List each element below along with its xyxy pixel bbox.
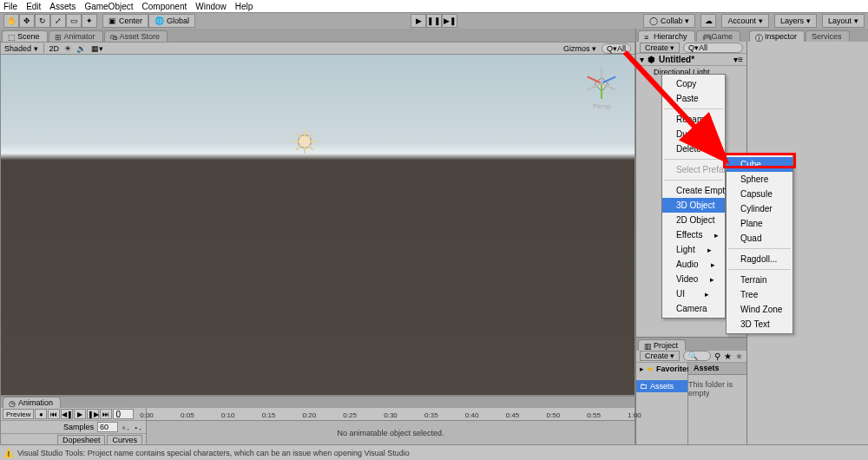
ctx-copy[interactable]: Copy [662,76,725,91]
sub-ragdoll[interactable]: Ragdoll... [727,252,792,266]
anim-record-button[interactable]: ● [35,409,47,419]
anim-prev-button[interactable]: ◀❚ [61,409,73,419]
account-dropdown[interactable]: Account▾ [721,14,769,28]
animation-ruler[interactable]: 0:000:050:100:150:200:250:300:350:400:45… [147,408,635,421]
menu-window[interactable]: Window [195,2,227,11]
ctx-3d-object[interactable]: 3D Object▸ [662,198,725,213]
menu-file[interactable]: File [3,2,17,11]
dopesheet-button[interactable]: Dopesheet [57,435,106,445]
ctx-camera[interactable]: Camera [662,301,725,316]
tab-animator[interactable]: ⊞Animator [49,30,103,42]
tab-asset-store[interactable]: 🛍Asset Store [104,30,168,42]
pivot-toggle-button[interactable]: ▣Center [102,14,148,28]
ctx-2d-object[interactable]: 2D Object▸ [662,213,725,227]
scene-viewport[interactable]: Persp [0,55,635,396]
anim-samples-input[interactable]: 60 [97,422,118,432]
hierarchy-create-dropdown[interactable]: Create▾ [640,43,680,53]
project-search-input[interactable]: 🔍 [683,351,711,361]
mode-2d-toggle[interactable]: 2D [49,44,60,53]
pause-button[interactable]: ❚❚ [426,14,442,28]
tab-inspector[interactable]: ⓘInspector [749,30,805,42]
ruler-tick: 0:30 [384,411,398,419]
ctx-effects[interactable]: Effects▸ [662,227,725,242]
sub-sphere[interactable]: Sphere [727,172,792,187]
orientation-gizmo[interactable]: Persp [581,63,622,105]
step-button[interactable]: ▶❚ [442,14,457,28]
ctx-delete[interactable]: Delete [662,141,725,156]
foldout-icon[interactable]: ▾ [640,55,644,64]
anim-first-button[interactable]: ⏮ [48,409,60,419]
status-bar[interactable]: ! Visual Studio Tools: Project name cont… [0,444,868,460]
ctx-rename[interactable]: Rename [662,112,725,127]
hierarchy-scene-row[interactable]: ▾ ⬢ Untitled* ▾≡ [636,54,746,66]
anim-preview-button[interactable]: Preview [3,409,34,419]
tab-hierarchy[interactable]: ≡Hierarchy [638,30,695,42]
ctx-paste[interactable]: Paste [662,91,725,106]
tab-project[interactable]: ▥Project [638,339,686,351]
sub-3d-text[interactable]: 3D Text [727,317,792,332]
menu-gameobject[interactable]: GameObject [84,2,133,11]
sub-terrain[interactable]: Terrain [727,273,792,287]
animation-timeline[interactable]: 0:000:050:100:150:200:250:300:350:400:45… [147,408,635,445]
collab-dropdown[interactable]: ◯Collab▾ [643,14,696,28]
toolbar-right: ◯Collab▾ ☁ Account▾ Layers▾ Layout▾ [643,14,865,28]
space-toggle-button[interactable]: 🌐Global [148,14,195,28]
project-breadcrumb[interactable]: Assets [688,363,746,375]
scale-tool-button[interactable]: ⤢ [50,14,66,28]
hand-tool-button[interactable]: ✋ [3,14,19,28]
ctx-duplicate[interactable]: Duplicate [662,127,725,141]
scene-search-input[interactable]: Q▾All [602,43,631,54]
anim-frame-input[interactable]: 0 [113,409,134,419]
shading-dropdown[interactable]: Shaded ▾ [4,44,38,53]
sub-wind-zone[interactable]: Wind Zone [727,302,792,317]
add-keyframe-icon[interactable]: ⬦₊ [122,423,130,431]
add-event-icon[interactable]: ⬩₊ [134,423,142,431]
tab-services[interactable]: Services [806,30,850,42]
tab-game[interactable]: 🎮Game [696,30,741,42]
transform-tool-button[interactable]: ✦ [82,14,97,28]
ctx-ui[interactable]: UI▸ [662,286,725,301]
filter-type-icon[interactable]: ⚲ [714,352,720,361]
tab-animation[interactable]: ◷Animation [3,397,61,408]
ctx-create-empty[interactable]: Create Empty [662,183,725,198]
assets-row[interactable]: 🗀Assets [636,380,687,392]
star-icon: ★ [647,365,654,373]
sub-plane[interactable]: Plane [727,216,792,231]
project-create-dropdown[interactable]: Create▾ [640,351,680,361]
rotate-tool-button[interactable]: ↻ [35,14,50,28]
fx-toggle-icon[interactable]: ▦▾ [91,44,103,53]
play-button[interactable]: ▶ [411,14,426,28]
anim-last-button[interactable]: ⏭ [100,409,112,419]
directional-light-icon[interactable] [294,131,315,152]
gizmos-dropdown[interactable]: Gizmos ▾ [563,44,596,53]
ctx-audio[interactable]: Audio▸ [662,257,725,272]
sub-tree[interactable]: Tree [727,287,792,302]
menu-assets[interactable]: Assets [49,2,76,11]
audio-toggle-icon[interactable]: 🔊 [76,44,86,53]
menu-edit[interactable]: Edit [26,2,41,11]
cloud-button[interactable]: ☁ [700,14,716,28]
menu-component[interactable]: Component [142,2,187,11]
tab-scene[interactable]: ⬚Scene [2,30,48,42]
light-toggle-icon[interactable]: ☀ [64,44,71,53]
sub-quad[interactable]: Quad [727,231,792,246]
save-search-icon[interactable]: ★ [735,352,743,361]
ruler-tick: 1:00 [628,411,641,419]
anim-play-button[interactable]: ▶ [74,409,86,419]
scene-menu-icon[interactable]: ▾≡ [733,55,743,64]
rect-tool-button[interactable]: ▭ [66,14,82,28]
ctx-light[interactable]: Light▸ [662,242,725,257]
project-tree[interactable]: ▸★Favorites 🗀Assets [636,363,688,445]
favorites-row[interactable]: ▸★Favorites [636,363,687,375]
layers-dropdown[interactable]: Layers▾ [774,14,817,28]
hierarchy-search-input[interactable]: Q▾All [683,43,743,53]
layout-dropdown[interactable]: Layout▾ [822,14,865,28]
move-tool-button[interactable]: ✥ [19,14,35,28]
anim-next-button[interactable]: ❚▶ [87,409,99,419]
menu-help[interactable]: Help [235,2,253,11]
curves-button[interactable]: Curves [107,435,142,445]
filter-label-icon[interactable]: ★ [724,352,732,361]
sub-cylinder[interactable]: Cylinder [727,201,792,216]
ctx-video[interactable]: Video▸ [662,272,725,286]
sub-capsule[interactable]: Capsule [727,187,792,201]
